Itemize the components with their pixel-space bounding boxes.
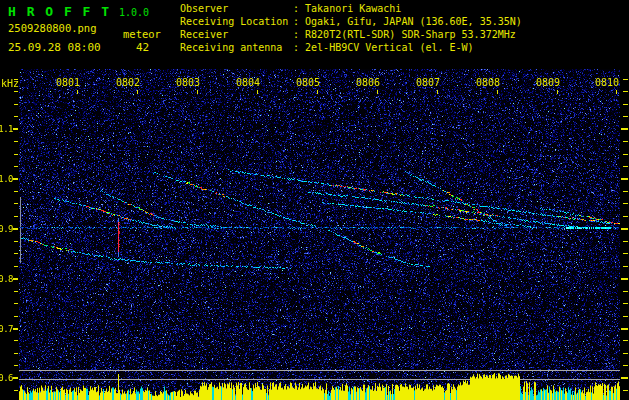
- y-minor-tick-right: [623, 154, 628, 155]
- y-minor-tick-right: [623, 216, 628, 217]
- x-tick-label: 0803: [175, 78, 201, 88]
- y-tick-label: 0.7: [0, 325, 13, 334]
- info-row-colon: :: [293, 3, 305, 16]
- y-major-tick-left: [13, 178, 18, 180]
- y-minor-tick-left: [14, 253, 18, 254]
- info-row-colon: :: [293, 42, 305, 55]
- y-minor-tick-right: [623, 353, 628, 354]
- y-major-tick-right: [621, 278, 628, 280]
- x-minute-tick: [257, 90, 258, 94]
- hrofft-screen: H R O F F T 1.0.0 2509280800.png meteor …: [0, 0, 629, 400]
- info-row-label: Receiving Location: [180, 16, 293, 29]
- y-tick-label: 0.8: [0, 275, 13, 284]
- x-tick-label: 0807: [415, 78, 441, 88]
- y-major-tick-left: [13, 377, 18, 379]
- y-minor-tick-right: [623, 191, 628, 192]
- info-row-colon: :: [293, 16, 305, 29]
- x-minute-tick: [197, 90, 198, 94]
- x-minute-tick: [557, 90, 558, 94]
- y-major-tick-right: [621, 377, 628, 379]
- y-minor-tick-left: [14, 91, 18, 92]
- y-minor-tick-left: [14, 166, 18, 167]
- y-minor-tick-right: [623, 141, 628, 142]
- x-minute-tick: [317, 90, 318, 94]
- y-minor-tick-left: [14, 141, 18, 142]
- x-minute-tick: [497, 90, 498, 94]
- x-tick-label: 0802: [115, 78, 141, 88]
- echo-count: 42: [136, 41, 149, 54]
- y-minor-tick-right: [623, 166, 628, 167]
- y-minor-tick-right: [623, 340, 628, 341]
- y-major-tick-left: [13, 278, 18, 280]
- y-minor-tick-left: [14, 191, 18, 192]
- info-row: Observer: Takanori Kawachi: [180, 3, 629, 16]
- y-minor-tick-right: [623, 266, 628, 267]
- app-title: H R O F F T: [8, 4, 111, 19]
- y-minor-tick-right: [623, 316, 628, 317]
- x-tick-label: 0804: [235, 78, 261, 88]
- y-minor-tick-right: [623, 104, 628, 105]
- x-tick-label: 0810: [594, 78, 620, 88]
- x-minute-tick: [616, 90, 617, 94]
- y-tick-label: 1.0: [0, 175, 13, 184]
- x-tick-label: 0806: [355, 78, 381, 88]
- y-major-tick-left: [13, 128, 18, 130]
- y-major-tick-right: [621, 128, 628, 130]
- y-minor-tick-left: [14, 353, 18, 354]
- y-tick-label: 0.6: [0, 374, 13, 383]
- y-minor-tick-left: [14, 390, 18, 391]
- y-major-tick-left: [13, 328, 18, 330]
- y-minor-tick-right: [623, 291, 628, 292]
- y-minor-tick-left: [14, 266, 18, 267]
- info-row-label: Receiving antenna: [180, 42, 293, 55]
- x-minute-tick: [437, 90, 438, 94]
- info-row-value: Takanori Kawachi: [305, 3, 401, 16]
- info-row-value: Ogaki, Gifu, JAPAN (136.60E, 35.35N): [305, 16, 522, 29]
- y-minor-tick-left: [14, 79, 18, 80]
- x-tick-label: 0809: [535, 78, 561, 88]
- info-row: Receiver: R820T2(RTL-SDR) SDR-Sharp 53.3…: [180, 29, 629, 42]
- y-tick-label: 1.1: [0, 125, 13, 134]
- info-row: Receiving Location: Ogaki, Gifu, JAPAN (…: [180, 16, 629, 29]
- spectrogram-canvas: [19, 69, 620, 400]
- y-minor-tick-right: [623, 303, 628, 304]
- x-minute-tick: [77, 90, 78, 94]
- info-row-label: Observer: [180, 3, 293, 16]
- output-file-name: 2509280800.png: [8, 22, 97, 34]
- y-minor-tick-left: [14, 316, 18, 317]
- datetime-label: 25.09.28 08:00: [8, 41, 101, 54]
- x-minute-tick: [137, 90, 138, 94]
- info-row-value: R820T2(RTL-SDR) SDR-Sharp 53.372MHz: [305, 29, 516, 42]
- y-minor-tick-left: [14, 154, 18, 155]
- y-minor-tick-right: [623, 203, 628, 204]
- y-minor-tick-right: [623, 253, 628, 254]
- y-major-tick-right: [621, 178, 628, 180]
- y-major-tick-right: [621, 328, 628, 330]
- x-minute-tick: [377, 90, 378, 94]
- info-row-colon: :: [293, 29, 305, 42]
- y-major-tick-left: [13, 228, 18, 230]
- y-minor-tick-left: [14, 291, 18, 292]
- y-minor-tick-left: [14, 116, 18, 117]
- mode-label: meteor: [123, 28, 161, 40]
- y-minor-tick-left: [14, 104, 18, 105]
- x-tick-label: 0805: [295, 78, 321, 88]
- y-minor-tick-left: [14, 303, 18, 304]
- info-row: Receiving antenna: 2el-HB9CV Vertical (e…: [180, 42, 629, 55]
- y-minor-tick-right: [623, 91, 628, 92]
- info-row-label: Receiver: [180, 29, 293, 42]
- y-tick-label: 0.9: [0, 225, 13, 234]
- y-minor-tick-left: [14, 241, 18, 242]
- y-minor-tick-left: [14, 340, 18, 341]
- app-version: 1.0.0: [119, 7, 149, 18]
- y-minor-tick-right: [623, 241, 628, 242]
- y-major-tick-right: [621, 228, 628, 230]
- info-row-value: 2el-HB9CV Vertical (el. E-W): [305, 42, 474, 55]
- x-tick-label: 0808: [475, 78, 501, 88]
- y-minor-tick-right: [623, 79, 628, 80]
- observer-info-block: Observer: Takanori KawachiReceiving Loca…: [180, 3, 629, 55]
- y-minor-tick-left: [14, 365, 18, 366]
- y-minor-tick-left: [14, 216, 18, 217]
- x-tick-label: 0801: [55, 78, 81, 88]
- y-minor-tick-left: [14, 203, 18, 204]
